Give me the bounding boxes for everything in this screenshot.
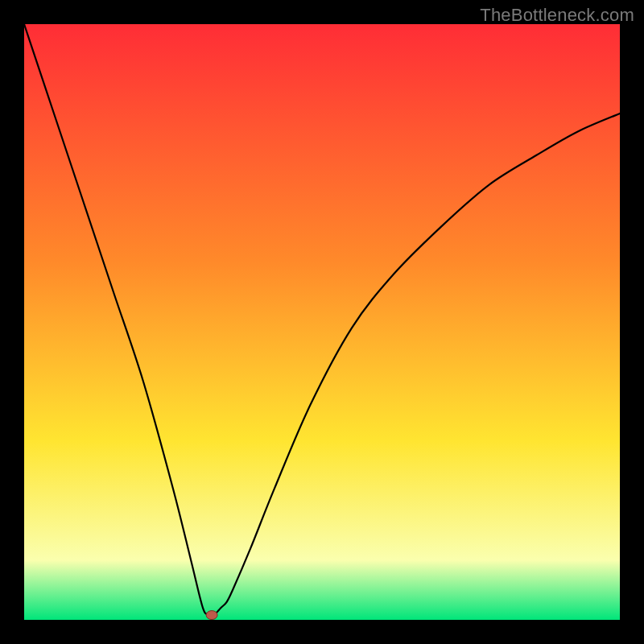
optimum-marker	[206, 611, 217, 620]
attribution-text: TheBottleneck.com	[480, 5, 634, 26]
chart-frame: TheBottleneck.com	[0, 0, 644, 644]
plot-area	[24, 24, 620, 620]
bottleneck-chart	[24, 24, 620, 620]
gradient-background	[24, 24, 620, 620]
